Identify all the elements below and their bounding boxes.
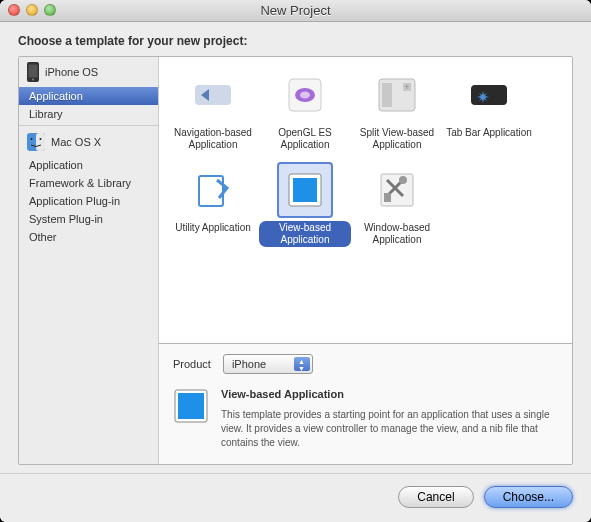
svg-text:+: + bbox=[404, 82, 409, 92]
svg-point-5 bbox=[31, 138, 33, 140]
svg-rect-18 bbox=[293, 178, 317, 202]
splitview-icon: + bbox=[373, 71, 421, 119]
sidebar-item-system-plugin[interactable]: System Plug-in bbox=[19, 210, 158, 228]
svg-rect-25 bbox=[178, 393, 204, 419]
detail-icon bbox=[173, 388, 209, 424]
sidebar-item-app-plugin[interactable]: Application Plug-in bbox=[19, 192, 158, 210]
sidebar-item-library[interactable]: Library bbox=[19, 105, 158, 123]
finder-icon bbox=[27, 133, 45, 151]
svg-rect-15 bbox=[471, 85, 507, 105]
navigation-icon bbox=[189, 71, 237, 119]
new-project-window: New Project Choose a template for your n… bbox=[0, 0, 591, 522]
main-panel: iPhone OS Application Library Mac OS X A… bbox=[18, 56, 573, 465]
svg-rect-23 bbox=[384, 193, 391, 202]
viewbased-icon bbox=[281, 166, 329, 214]
sidebar-section-macosx: Mac OS X bbox=[19, 128, 158, 156]
product-selected: iPhone bbox=[232, 358, 266, 370]
svg-rect-4 bbox=[36, 133, 45, 151]
sidebar-item-application-mac[interactable]: Application bbox=[19, 156, 158, 174]
template-label: Tab Bar Application bbox=[443, 126, 535, 140]
window-controls bbox=[8, 4, 56, 16]
sidebar-header-label: iPhone OS bbox=[45, 66, 98, 78]
description-row: View-based Application This template pro… bbox=[173, 388, 558, 450]
utility-icon bbox=[189, 166, 237, 214]
sidebar-item-other[interactable]: Other bbox=[19, 228, 158, 246]
detail-title: View-based Application bbox=[221, 388, 558, 400]
sidebar-header-label: Mac OS X bbox=[51, 136, 101, 148]
product-select[interactable]: iPhone ▲▼ bbox=[223, 354, 313, 374]
template-navigation[interactable]: Navigation-based Application bbox=[167, 67, 259, 152]
sidebar-item-application[interactable]: Application bbox=[19, 87, 158, 105]
svg-point-6 bbox=[40, 138, 42, 140]
template-utility[interactable]: Utility Application bbox=[167, 162, 259, 247]
sidebar: iPhone OS Application Library Mac OS X A… bbox=[19, 57, 159, 464]
template-label: View-based Application bbox=[259, 221, 351, 247]
detail-panel: Product iPhone ▲▼ View-based Application… bbox=[159, 343, 572, 464]
template-label: Navigation-based Application bbox=[167, 126, 259, 152]
windowbased-icon bbox=[373, 166, 421, 214]
template-splitview[interactable]: + Split View-based Application bbox=[351, 67, 443, 152]
select-arrows-icon: ▲▼ bbox=[298, 358, 305, 372]
template-label: Split View-based Application bbox=[351, 126, 443, 152]
sidebar-separator bbox=[19, 125, 158, 126]
template-grid: Navigation-based Application OpenGL ES A… bbox=[159, 57, 572, 343]
sidebar-item-framework[interactable]: Framework & Library bbox=[19, 174, 158, 192]
sidebar-section-iphone: iPhone OS bbox=[19, 57, 158, 87]
template-label: Window-based Application bbox=[351, 221, 443, 247]
iphone-icon bbox=[27, 62, 39, 82]
content-area: Choose a template for your new project: … bbox=[0, 22, 591, 473]
description-text: View-based Application This template pro… bbox=[221, 388, 558, 450]
minimize-button[interactable] bbox=[26, 4, 38, 16]
template-windowbased[interactable]: Window-based Application bbox=[351, 162, 443, 247]
template-viewbased[interactable]: View-based Application bbox=[259, 162, 351, 247]
choose-button[interactable]: Choose... bbox=[484, 486, 573, 508]
template-label: OpenGL ES Application bbox=[259, 126, 351, 152]
template-opengl[interactable]: OpenGL ES Application bbox=[259, 67, 351, 152]
product-row: Product iPhone ▲▼ bbox=[173, 354, 558, 374]
right-panel: Navigation-based Application OpenGL ES A… bbox=[159, 57, 572, 464]
titlebar: New Project bbox=[0, 0, 591, 22]
product-label: Product bbox=[173, 358, 211, 370]
tabbar-icon bbox=[465, 71, 513, 119]
svg-point-22 bbox=[399, 176, 407, 184]
template-label: Utility Application bbox=[172, 221, 254, 235]
svg-point-10 bbox=[300, 92, 310, 99]
cancel-button[interactable]: Cancel bbox=[398, 486, 473, 508]
zoom-button[interactable] bbox=[44, 4, 56, 16]
template-tabbar[interactable]: Tab Bar Application bbox=[443, 67, 535, 152]
svg-rect-1 bbox=[29, 65, 38, 78]
window-title: New Project bbox=[260, 3, 330, 18]
detail-description: This template provides a starting point … bbox=[221, 408, 558, 450]
button-bar: Cancel Choose... bbox=[0, 473, 591, 522]
opengl-icon bbox=[281, 71, 329, 119]
svg-rect-7 bbox=[195, 85, 231, 105]
close-button[interactable] bbox=[8, 4, 20, 16]
svg-point-2 bbox=[32, 79, 34, 81]
prompt-text: Choose a template for your new project: bbox=[18, 34, 573, 48]
svg-rect-12 bbox=[382, 83, 392, 107]
